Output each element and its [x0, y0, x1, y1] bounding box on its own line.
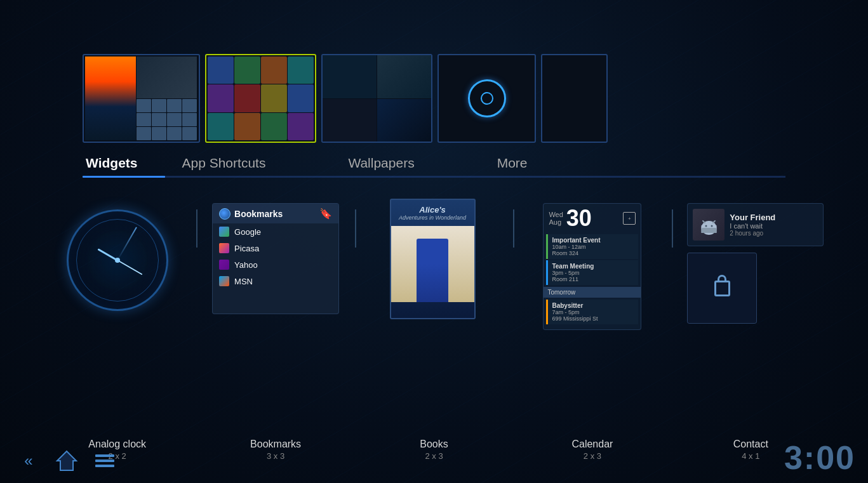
back-button[interactable]: «: [13, 445, 44, 477]
tabs-container: Widgets App Shortcuts Wallpapers More: [83, 41, 785, 175]
android-icon: [698, 214, 720, 236]
clock-inner: [481, 92, 493, 105]
picasa-favicon: [219, 243, 229, 253]
sc-icon: [288, 56, 314, 84]
tab-preview-widgets[interactable]: [83, 54, 200, 143]
svg-line-6: [713, 221, 715, 223]
picasa-label: Picasa: [234, 244, 259, 253]
google-label: Google: [234, 227, 261, 237]
wallpapers-preview-inner: [323, 55, 431, 142]
calendar-day-number: 30: [566, 207, 592, 230]
msn-favicon: [219, 276, 229, 286]
preview-sunset-img: [85, 56, 136, 140]
msn-label: MSN: [234, 277, 253, 286]
menu-button[interactable]: [89, 445, 121, 477]
calendar-widget-box[interactable]: Wed Aug 30 + Important Event 10am - 12am…: [543, 203, 641, 330]
tab-preview-more[interactable]: [437, 54, 536, 143]
tab-label-wallpapers[interactable]: Wallpapers: [345, 155, 417, 171]
event-2-title: Team Meeting: [552, 263, 634, 270]
wp-cell: [377, 55, 431, 98]
wp-cell: [377, 99, 431, 142]
calendar-weekday: Wed Aug: [549, 211, 563, 226]
preview-grid: [137, 99, 197, 141]
contact-name-label: Contact: [733, 439, 768, 450]
contact-widget-box[interactable]: Your Friend I can't wait 2 hours ago: [687, 203, 824, 246]
svg-point-4: [711, 225, 712, 227]
bookmarks-name: Bookmarks: [250, 439, 301, 450]
calendar-size: 2 x 3: [584, 451, 601, 461]
event-1-location: Room 324: [552, 250, 634, 256]
widget-analog-clock: [38, 197, 196, 324]
bookmark-item-msn[interactable]: MSN: [213, 273, 338, 289]
grid-dot: [167, 127, 182, 140]
grid-dot: [167, 113, 182, 126]
analog-clock-preview: [54, 197, 181, 324]
home-icon: [54, 448, 79, 473]
calendar-name: Calendar: [571, 439, 613, 450]
home-button[interactable]: [51, 445, 83, 477]
book-subtitle: Adventures in Wonderland: [396, 215, 469, 221]
bookmarks-widget-box[interactable]: Bookmarks 🔖 Google Picasa Yahoo: [212, 203, 339, 314]
more-preview-inner: [439, 55, 535, 142]
grid-dot: [182, 127, 197, 140]
globe-icon: [219, 208, 230, 220]
yahoo-favicon: [219, 260, 229, 270]
bottom-navigation: «: [13, 445, 121, 477]
grid-dot: [182, 99, 197, 112]
bookmarks-size: 3 x 3: [267, 451, 284, 461]
preview-top-right: [137, 56, 197, 98]
book-character: [417, 239, 448, 302]
widget-divider: [196, 209, 197, 248]
widget-divider: [355, 209, 356, 248]
tab-label-widgets[interactable]: Widgets: [83, 155, 140, 171]
sc-row: [208, 113, 314, 140]
widget-divider: [513, 209, 514, 248]
book-title: Alice's: [396, 205, 469, 215]
svg-line-5: [703, 221, 705, 223]
calendar-event-1[interactable]: Important Event 10am - 12am Room 324: [546, 234, 638, 259]
yahoo-label: Yahoo: [234, 260, 258, 270]
tab-preview-wallpapers[interactable]: [321, 54, 432, 143]
books-preview: Alice's Adventures in Wonderland: [371, 197, 498, 324]
svg-rect-2: [701, 228, 716, 233]
books-widget-box[interactable]: Alice's Adventures in Wonderland: [390, 199, 479, 322]
event-1-time: 10am - 12am: [552, 244, 634, 250]
contact-message: I can't wait: [730, 222, 818, 230]
calendar-tomorrow-event[interactable]: Babysitter 7am - 5pm 699 Mississippi St: [546, 300, 638, 324]
main-content-area: Bookmarks 🔖 Google Picasa Yahoo: [0, 184, 868, 432]
bookmark-item-yahoo[interactable]: Yahoo: [213, 256, 338, 273]
sc-icon: [261, 56, 287, 84]
sc-row: [208, 84, 314, 112]
svg-rect-10: [95, 460, 114, 462]
tab-active-underline: [83, 176, 165, 178]
widget-books: Alice's Adventures in Wonderland: [355, 197, 513, 324]
bookmarks-label: Bookmarks: [234, 209, 283, 219]
widget-calendar: Wed Aug 30 + Important Event 10am - 12am…: [513, 197, 671, 324]
bookmark-item-picasa[interactable]: Picasa: [213, 240, 338, 256]
calendar-event-2[interactable]: Team Meeting 3pm - 5pm Room 211: [546, 260, 638, 285]
calendar-header: Wed Aug 30 +: [544, 204, 641, 233]
widget-bookmarks: Bookmarks 🔖 Google Picasa Yahoo: [196, 197, 354, 324]
tab-preview-far-right[interactable]: [541, 54, 608, 143]
bookmarks-preview: Bookmarks 🔖 Google Picasa Yahoo: [212, 197, 339, 324]
tab-preview-shortcuts[interactable]: [205, 54, 316, 143]
bookmark-star-icon: 🔖: [319, 208, 332, 220]
grid-dot: [137, 127, 151, 140]
clock-display: 3:00: [784, 439, 855, 477]
lock-shackle: [718, 275, 726, 281]
calendar-month-abbr: Aug: [549, 218, 563, 226]
tab-label-shortcuts[interactable]: App Shortcuts: [178, 155, 269, 171]
sc-icon: [261, 84, 287, 112]
clock-icon: [468, 79, 506, 117]
google-favicon: [219, 227, 229, 237]
grid-dot: [137, 113, 151, 126]
contact-name: Your Friend: [730, 213, 818, 222]
wp-cell: [323, 99, 377, 142]
tab-label-more[interactable]: More: [494, 155, 531, 171]
widget-labels-row: Analog clock 2 x 2 Bookmarks 3 x 3 Books…: [0, 432, 868, 483]
calendar-preview: Wed Aug 30 + Important Event 10am - 12am…: [529, 197, 656, 324]
book-title-area: Alice's Adventures in Wonderland: [391, 200, 474, 226]
bookmark-item-google[interactable]: Google: [213, 223, 338, 240]
calendar-add-icon[interactable]: +: [623, 212, 636, 225]
far-right-lock-widget[interactable]: [687, 253, 757, 324]
